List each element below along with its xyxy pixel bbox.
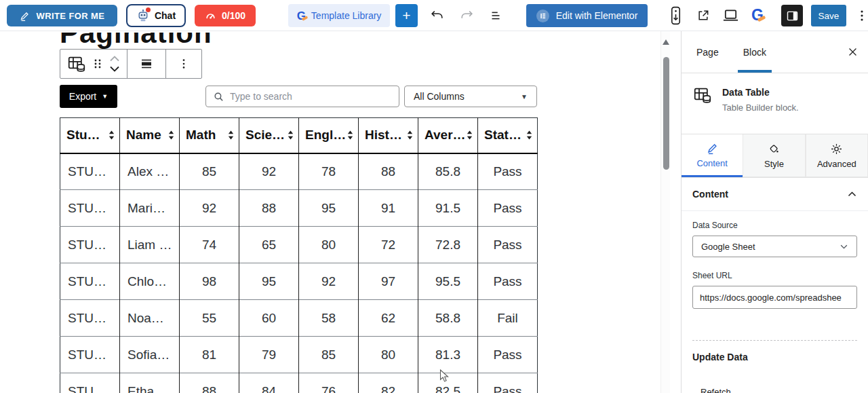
desktop-preview-button[interactable] (722, 9, 739, 22)
edit-with-elementor-button[interactable]: Edit with Elementor (526, 4, 648, 27)
g-brand-icon: G (297, 10, 306, 22)
block-settings-tabs: Content Style Advanced (682, 134, 868, 178)
block-options-button[interactable] (176, 54, 192, 73)
table-cell: STU… (60, 263, 120, 300)
table-cell: Pass (478, 263, 538, 300)
column-header[interactable]: Stat… (478, 118, 538, 153)
content-section-header[interactable]: Content (682, 178, 868, 211)
tab-page[interactable]: Page (684, 31, 731, 73)
undo-button[interactable] (429, 8, 444, 23)
sort-icon (108, 130, 115, 140)
search-icon (213, 91, 224, 102)
table-cell: Sofia… (120, 337, 180, 373)
tab-block[interactable]: Block (731, 31, 778, 73)
column-header[interactable]: Aver… (418, 118, 478, 153)
table-row: STU…Chlo…9895929795.5Pass (60, 263, 538, 300)
write-for-me-button[interactable]: WRITE FOR ME (7, 5, 117, 26)
scrollbar-thumb[interactable] (663, 57, 669, 170)
drag-handle[interactable] (91, 56, 104, 72)
document-overview-button[interactable] (488, 8, 503, 23)
tab-style[interactable]: Style (743, 134, 805, 177)
settings-sidebar-toggle[interactable] (781, 5, 803, 26)
column-header[interactable]: Math (180, 118, 239, 153)
sheet-url-input[interactable] (692, 286, 857, 309)
pencil-icon (20, 11, 30, 21)
table-cell: 81.3 (418, 337, 478, 373)
table-search-input[interactable] (230, 91, 392, 102)
table-cell: 76 (299, 373, 359, 393)
table-cell: Pass (478, 227, 538, 263)
style-icon (768, 143, 781, 155)
table-cell: 80 (359, 337, 418, 373)
table-cell: 65 (239, 227, 299, 263)
editor-screen: WRITE FOR ME Chat 0/100 (0, 0, 868, 393)
table-cell: Pass (478, 190, 538, 227)
close-icon (847, 46, 859, 58)
options-menu-button[interactable] (854, 7, 868, 24)
editor-canvas: Pagination (0, 31, 681, 393)
data-table-block-icon (692, 85, 713, 105)
external-link-button[interactable] (696, 9, 710, 22)
table-cell: Mari… (120, 190, 180, 227)
sort-icon (347, 130, 353, 140)
undo-icon (429, 8, 444, 23)
redo-button[interactable] (460, 8, 475, 23)
table-header-row: Stu…NameMathScie…Engl…Hist…Aver…Stat… (60, 118, 538, 153)
column-header[interactable]: Name (120, 118, 180, 153)
table-cell: 92 (239, 153, 299, 190)
table-cell: Pass (478, 153, 538, 190)
table-cell: Etha… (120, 373, 180, 393)
data-source-value: Google Sheet (701, 242, 840, 252)
sort-icon (526, 130, 532, 140)
g-brand-toolbar-button[interactable]: G (751, 7, 764, 23)
move-block-down-button[interactable] (107, 64, 122, 74)
template-library-button[interactable]: G Template Library (288, 4, 390, 27)
table-cell: 98 (180, 263, 239, 300)
score-button[interactable]: 0/100 (195, 5, 256, 26)
table-search (205, 86, 399, 107)
refetch-label[interactable]: Refetch (692, 387, 857, 393)
mobile-preview-button[interactable] (669, 5, 683, 26)
table-cell: 88 (180, 373, 239, 393)
sort-icon (228, 130, 234, 140)
table-row: STU…Mari…9288959191.5Pass (60, 190, 538, 227)
laptop-icon (722, 9, 739, 22)
table-cell: 79 (239, 337, 299, 373)
sidebar-tabs: Page Block (682, 31, 868, 73)
chat-button[interactable]: Chat (126, 4, 186, 27)
scroll-up-arrow-icon[interactable] (663, 39, 669, 45)
column-filter-select[interactable]: All Columns ▼ (404, 86, 537, 107)
caret-down-icon: ▼ (521, 93, 528, 100)
move-block-up-button[interactable] (107, 54, 122, 64)
tab-content[interactable]: Content (682, 134, 743, 177)
block-inserter-button[interactable]: + (395, 4, 418, 27)
table-cell: 80 (299, 227, 359, 263)
list-view-icon (488, 8, 503, 23)
close-sidebar-button[interactable] (847, 46, 859, 58)
sort-icon (288, 130, 294, 140)
data-source-select[interactable]: Google Sheet (692, 236, 857, 257)
column-header[interactable]: Scie… (239, 118, 299, 153)
table-cell: 88 (359, 153, 418, 190)
table-cell: 95 (239, 263, 299, 300)
save-button[interactable]: Save (811, 5, 846, 26)
column-header[interactable]: Engl… (299, 118, 359, 153)
page-title[interactable]: Pagination (60, 33, 236, 48)
export-button[interactable]: Export ▼ (60, 85, 117, 108)
canvas-scrollbar[interactable] (660, 31, 670, 393)
caret-down-icon: ▼ (102, 94, 108, 100)
table-cell: 85 (180, 153, 239, 190)
column-header[interactable]: Hist… (359, 118, 418, 153)
table-row: STU…Liam …7465807272.8Pass (60, 227, 538, 263)
external-link-icon (696, 9, 710, 22)
notification-dot (146, 7, 151, 12)
table-cell: 55 (180, 300, 239, 337)
plus-icon: + (402, 7, 410, 24)
column-header[interactable]: Stu… (60, 118, 120, 153)
data-table-block-button[interactable] (65, 52, 88, 75)
table-cell: 85.8 (418, 153, 478, 190)
align-button[interactable] (137, 54, 156, 73)
g-brand-icon: G (751, 7, 764, 23)
tab-advanced[interactable]: Advanced (806, 134, 868, 177)
gear-icon (830, 143, 843, 155)
